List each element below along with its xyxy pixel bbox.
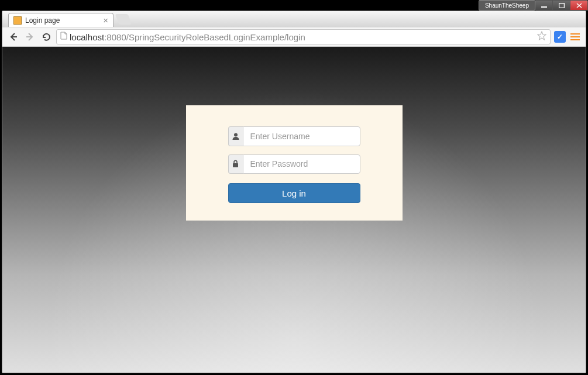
url-host: localhost <box>70 32 104 42</box>
new-tab-button[interactable] <box>115 14 132 25</box>
browser-menu-button[interactable] <box>569 31 581 43</box>
browser-tab[interactable]: Login page × <box>8 13 114 27</box>
arrow-left-icon <box>8 32 19 42</box>
tab-strip: Login page × <box>2 11 586 27</box>
bookmark-star-button[interactable] <box>537 31 546 43</box>
user-icon <box>228 126 243 146</box>
browser-window: Login page × localhost:8080/SpringSecuri… <box>2 11 586 373</box>
page-viewport: Log in <box>2 47 586 373</box>
star-icon <box>537 31 546 40</box>
system-username: ShaunTheSheep <box>479 0 535 11</box>
login-button[interactable]: Log in <box>228 183 360 203</box>
url-path: :8080/SpringSecurityRoleBasedLoginExampl… <box>104 32 305 42</box>
window-minimize-button[interactable] <box>535 0 553 11</box>
arrow-right-icon <box>25 32 35 42</box>
svg-point-4 <box>234 133 238 136</box>
reload-button[interactable] <box>40 30 53 43</box>
svg-rect-1 <box>559 3 564 8</box>
back-button[interactable] <box>7 30 20 43</box>
tab-title: Login page <box>25 16 60 25</box>
hamburger-icon <box>570 33 580 35</box>
login-form: Log in <box>186 105 403 221</box>
maximize-icon <box>559 3 565 8</box>
url-text: localhost:8080/SpringSecurityRoleBasedLo… <box>70 32 305 42</box>
close-icon <box>576 3 582 8</box>
system-titlebar: ShaunTheSheep <box>479 0 588 11</box>
page-icon <box>60 32 67 42</box>
minimize-icon <box>541 3 547 8</box>
svg-rect-5 <box>233 163 238 167</box>
password-group <box>228 154 360 174</box>
lock-icon <box>228 154 243 174</box>
tab-close-button[interactable]: × <box>103 17 108 24</box>
forward-button[interactable] <box>23 30 36 43</box>
svg-rect-0 <box>541 6 547 8</box>
username-group <box>228 126 360 146</box>
window-maximize-button[interactable] <box>553 0 570 11</box>
browser-toolbar: localhost:8080/SpringSecurityRoleBasedLo… <box>2 27 586 47</box>
username-input[interactable] <box>243 126 360 146</box>
address-bar[interactable]: localhost:8080/SpringSecurityRoleBasedLo… <box>56 29 551 44</box>
extension-checkmark-button[interactable] <box>554 31 566 43</box>
window-close-button[interactable] <box>570 0 588 11</box>
reload-icon <box>42 32 51 42</box>
favicon-icon <box>13 16 22 25</box>
password-input[interactable] <box>243 154 360 174</box>
